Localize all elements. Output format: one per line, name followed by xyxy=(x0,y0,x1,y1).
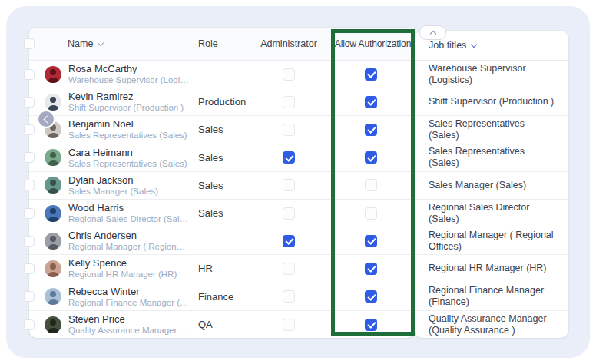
job-title-text: Quality Assurance Manager (Quality Assur… xyxy=(429,313,558,336)
job-title-cell: Sales Representatives (Sales) xyxy=(415,116,568,144)
user-name: Benjamin Noel xyxy=(68,118,187,130)
allow-authorization-checkbox[interactable] xyxy=(365,263,377,275)
row-select-checkbox[interactable] xyxy=(24,97,35,108)
avatar xyxy=(45,316,61,333)
user-subtitle: Sales Manager (Sales) xyxy=(68,186,158,197)
user-subtitle: Regional Manager ( Regional Offices) xyxy=(68,241,190,252)
chevron-left-icon xyxy=(43,115,51,123)
administrator-checkbox[interactable] xyxy=(283,124,295,136)
user-cell: Cara Heimann Sales Representatives (Sale… xyxy=(68,147,187,169)
user-role: Sales xyxy=(198,152,224,164)
job-title-cell: Sales Representatives (Sales) xyxy=(415,144,568,172)
avatar xyxy=(45,94,61,111)
job-title-text: Regional HR Manager (HR) xyxy=(429,263,547,274)
avatar xyxy=(45,260,61,277)
user-subtitle: Sales Representatives (Sales) xyxy=(68,130,187,141)
job-title-text: Shift Supervisor (Production ) xyxy=(429,96,554,108)
user-role: QA xyxy=(198,319,213,330)
administrator-checkbox[interactable] xyxy=(283,68,295,81)
user-role: Sales xyxy=(198,124,224,135)
administrator-checkbox[interactable] xyxy=(283,151,295,164)
allow-authorization-checkbox[interactable] xyxy=(365,235,377,247)
column-header-name[interactable]: Name xyxy=(68,28,103,60)
select-all-checkbox[interactable] xyxy=(24,38,35,49)
job-title-cell: Regional Manager ( Regional Offices) xyxy=(415,227,568,255)
job-title-text: Sales Manager (Sales) xyxy=(429,180,526,191)
allow-authorization-checkbox[interactable] xyxy=(365,207,377,220)
row-select-checkbox[interactable] xyxy=(24,263,35,274)
job-title-cell: Regional HR Manager (HR) xyxy=(415,255,568,283)
user-cell: Steven Price Quality Assurance Manager (… xyxy=(68,313,190,336)
row-select-checkbox[interactable] xyxy=(24,180,35,190)
user-cell: Kevin Ramirez Shift Supervisor (Producti… xyxy=(68,91,184,113)
job-title-text: Warehouse Supervisor (Logistics) xyxy=(429,63,558,86)
administrator-checkbox[interactable] xyxy=(283,319,295,331)
user-cell: Wood Harris Regional Sales Director (Sal… xyxy=(68,202,190,224)
row-select-checkbox[interactable] xyxy=(24,236,35,247)
row-select-checkbox[interactable] xyxy=(24,69,35,80)
column-header-allow-authorization: Allow Authorization xyxy=(331,28,415,60)
column-header-role: Role xyxy=(198,28,218,60)
user-subtitle: Regional Finance Manager (Finance) xyxy=(68,297,190,308)
user-cell: Kelly Spence Regional HR Manager (HR) xyxy=(68,257,177,280)
user-subtitle: Regional HR Manager (HR) xyxy=(68,269,177,280)
user-cell: Chris Andersen Regional Manager ( Region… xyxy=(68,230,190,252)
table-row: Cara Heimann Sales Representatives (Sale… xyxy=(29,144,415,172)
administrator-checkbox[interactable] xyxy=(283,96,295,108)
allow-authorization-checkbox[interactable] xyxy=(365,179,377,191)
user-name: Steven Price xyxy=(68,313,190,325)
administrator-checkbox[interactable] xyxy=(283,179,295,191)
allow-authorization-checkbox[interactable] xyxy=(365,151,377,164)
row-select-checkbox[interactable] xyxy=(24,152,35,163)
user-subtitle: Shift Supervisor (Production ) xyxy=(68,102,184,113)
chevron-down-icon[interactable] xyxy=(471,41,477,47)
user-role: Finance xyxy=(198,291,233,303)
administrator-checkbox[interactable] xyxy=(283,263,295,275)
row-select-checkbox[interactable] xyxy=(24,124,35,135)
administrator-checkbox[interactable] xyxy=(283,290,295,303)
job-title-text: Regional Sales Director (Sales) xyxy=(429,202,558,225)
table-row: Rosa McCarthy Warehouse Supervisor (Logi… xyxy=(29,61,415,88)
user-role: HR xyxy=(198,263,213,274)
row-select-checkbox[interactable] xyxy=(24,291,35,302)
row-select-checkbox[interactable] xyxy=(24,208,35,219)
user-subtitle: Quality Assurance Manager (Quality ... xyxy=(68,325,190,336)
user-name: Wood Harris xyxy=(68,202,190,213)
user-name: Chris Andersen xyxy=(68,230,190,241)
job-titles-panel: Job titles Warehouse Supervisor (Logisti… xyxy=(415,31,568,338)
chevron-down-icon[interactable] xyxy=(98,39,104,45)
job-titles-body: Warehouse Supervisor (Logistics) Shift S… xyxy=(415,61,568,339)
job-title-text: Sales Representatives (Sales) xyxy=(429,118,558,141)
administrator-checkbox[interactable] xyxy=(283,207,295,220)
allow-authorization-checkbox[interactable] xyxy=(365,124,377,136)
row-select-checkbox[interactable] xyxy=(24,319,35,330)
collapse-panel-button[interactable] xyxy=(419,25,446,40)
avatar xyxy=(45,288,61,305)
job-title-cell: Regional Sales Director (Sales) xyxy=(415,200,568,227)
table-header-row: Name Role Administrator Allow Authorizat… xyxy=(29,28,415,61)
job-title-cell: Sales Manager (Sales) xyxy=(415,172,568,200)
allow-authorization-checkbox[interactable] xyxy=(365,290,377,303)
allow-authorization-checkbox[interactable] xyxy=(365,68,377,81)
column-header-administrator: Administrator xyxy=(257,28,321,60)
column-header-role-label: Role xyxy=(198,38,218,49)
job-title-cell: Regional Finance Manager (Finance) xyxy=(415,283,568,311)
user-cell: Rosa McCarthy Warehouse Supervisor (Logi… xyxy=(68,63,190,85)
table-row: Wood Harris Regional Sales Director (Sal… xyxy=(29,200,415,227)
user-name: Kelly Spence xyxy=(68,257,177,269)
avatar xyxy=(45,205,61,222)
allow-authorization-checkbox[interactable] xyxy=(365,96,377,108)
back-button[interactable] xyxy=(38,111,54,127)
chevron-up-icon xyxy=(429,31,435,37)
table-row: Dylan Jackson Sales Manager (Sales) Sale… xyxy=(29,172,415,200)
avatar xyxy=(45,233,61,250)
user-role: Sales xyxy=(198,207,224,219)
avatar xyxy=(45,66,61,83)
allow-authorization-checkbox[interactable] xyxy=(365,319,377,331)
table-body: Rosa McCarthy Warehouse Supervisor (Logi… xyxy=(29,61,415,339)
table-row: Chris Andersen Regional Manager ( Region… xyxy=(29,227,415,255)
job-title-text: Sales Representatives (Sales) xyxy=(429,146,558,169)
administrator-checkbox[interactable] xyxy=(283,235,295,247)
user-subtitle: Warehouse Supervisor (Logistics) xyxy=(68,74,190,85)
user-role: Production xyxy=(198,96,246,108)
